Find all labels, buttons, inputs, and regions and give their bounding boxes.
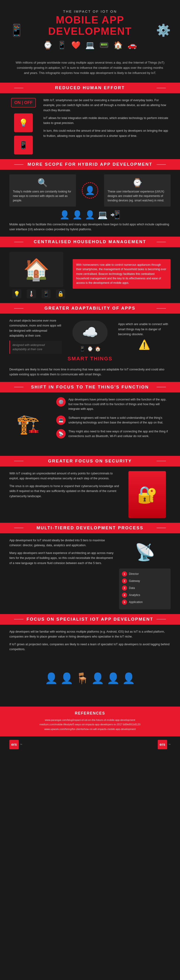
mobile-phone-icon: 📱 <box>19 141 28 150</box>
sec-left-text: With IoT creating an unprecedented amoun… <box>9 471 119 518</box>
shift-item-2: 💻 Software engineers will need to have a… <box>56 415 171 425</box>
shift-right-items: ⚙️ App developers have primarily been co… <box>56 397 171 451</box>
intro-section: With millions of people worldwide now us… <box>0 56 180 83</box>
cloud-icon: ☁️ <box>82 325 98 340</box>
layer-label-3: Data <box>129 586 135 590</box>
section-title-text-security: GREATER FOCUS ON SECURITY <box>48 459 132 464</box>
section-title-multi: MULTI-TIERED DEVELOPMENT PROCESS <box>0 523 180 533</box>
adapt-home-icon: 🏠 <box>95 346 101 352</box>
reference-link-3: www.upwork.com/hiring/for-clients/how-io… <box>9 727 171 732</box>
house-device-icons: 💡 🌡️ 📱 🔒 <box>9 290 68 298</box>
rhe-left-icons: ON | OFF 💡 📱 <box>9 98 38 154</box>
ms-col2: ⌚ These user interface/user experience (… <box>104 174 171 207</box>
shift-inner-row: 🏗️ ⚙️ App developers have primarily been… <box>9 397 171 451</box>
house-visual: 🏠 <box>9 252 63 287</box>
header-left-icon: 📱 <box>9 24 24 37</box>
ms-col1-text: Today's mobile users are constantly look… <box>13 189 73 203</box>
person1-icon: 👤 <box>60 210 70 220</box>
more-scope-content: 🔍 Today's mobile users are constantly lo… <box>0 170 180 237</box>
layer-label-2: Gateway <box>129 579 140 582</box>
shift-item2-text: Software engineers will need to have a s… <box>68 415 171 425</box>
ers-logo-right-box: ers <box>158 740 167 749</box>
references-title: REFERENCES <box>9 711 171 716</box>
adapt-small-icons: 📱 ⌚ 🏠 <box>79 346 101 352</box>
crane-visual: 🏗️ <box>9 397 47 451</box>
ms-col1: 🔍 Today's mobile users are constantly lo… <box>9 174 76 207</box>
section-title-text-specialist: FOCUS ON SPECIALIST IoT APP DEVELOPMENT <box>27 617 153 622</box>
centralised-content: 🏠 💡 🌡️ 📱 🔒 With homeowners now able to c… <box>0 247 180 303</box>
intro-text: With millions of people worldwide now us… <box>14 60 166 76</box>
device3-icon: 📱 <box>41 290 51 298</box>
ms-top-cols: 🔍 Today's mobile users are constantly lo… <box>9 174 171 207</box>
section-title-text-adaptability: GREATER ADAPTABILITY OF APPS <box>44 306 136 311</box>
meeting-person4: 👤 <box>107 672 120 684</box>
references-section: REFERENCES www.parangat.com/blog/impact-… <box>0 706 180 737</box>
shift-item3-text: They might also need to find new ways of… <box>68 429 171 439</box>
header-section: 📱 The impact of IoT on MOBILE APP DEVELO… <box>0 0 180 56</box>
section-title-centralised: CENTRALISED HOUSEHOLD MANAGEMENT <box>0 237 180 247</box>
layer-num-3: 3 <box>122 585 127 590</box>
adapt-bottom-text: Developers are likely to invest far more… <box>9 367 171 377</box>
shift-text-1: App developers have primarily been conce… <box>68 397 171 411</box>
layer-num-5: 5 <box>122 600 127 605</box>
meeting-person2: 👤 <box>60 672 73 684</box>
central-box-text: With homeowners now able to control nume… <box>76 262 167 285</box>
wifi-tower-visual: 📡 <box>119 538 171 566</box>
central-red-box: With homeowners now able to control nume… <box>73 259 171 289</box>
adapt-obsolete-icon: ⚠️ <box>118 339 171 350</box>
meeting-person1: 👤 <box>45 672 58 684</box>
layer-label-4: Analytics <box>129 593 140 597</box>
sec-text-1: With IoT creating an unprecedented amoun… <box>9 471 119 481</box>
shift-text-3: They might also need to find new ways of… <box>68 429 171 439</box>
ms-people-row: 👤 👤 👤 💻 📲 <box>9 210 171 220</box>
section-title-text-more-scope: MORE SCOPE FOR HYBRID APP DEVELOPMENT <box>27 162 152 167</box>
footer-section: ers ™ ers ™ <box>0 737 180 753</box>
header-right-icon: ⚙️ <box>156 24 171 37</box>
person3-icon: 👤 <box>85 210 95 220</box>
specialist-content: App developers will be familiar with wor… <box>0 625 180 706</box>
layer-num-1: 1 <box>122 571 127 576</box>
shift-icon-3: 📡 <box>56 429 66 439</box>
layer-label-5: Application <box>129 600 143 604</box>
rhe-inner: ON | OFF 💡 📱 With IoT, smartphones can b… <box>9 98 171 154</box>
rhe-right-text: With IoT, smartphones can be used for ex… <box>43 98 171 141</box>
spec-text-1: App developers will be familiar with wor… <box>9 629 171 640</box>
table-meeting-visual: 👤 👤 🪑 👤 👤 👤 <box>9 655 171 702</box>
footer-logo-right: ers ™ <box>158 740 171 749</box>
ms-bottom-p: Mobile apps help to facilitate this conn… <box>9 222 171 232</box>
ers-logo-right-text: ers <box>159 743 165 747</box>
layer-label-1: Director <box>129 572 139 576</box>
shift-left-visual: 🏗️ <box>9 397 52 451</box>
ers-logo-left-text: ers <box>11 743 17 747</box>
software-icon: 💻 <box>58 418 63 423</box>
section-title-adaptability: GREATER ADAPTABILITY OF APPS <box>0 303 180 313</box>
device1-icon: 💡 <box>12 290 21 298</box>
section-title-text-centralised: CENTRALISED HOUSEHOLD MANAGEMENT <box>34 239 146 244</box>
layer-num-2: 2 <box>122 578 127 584</box>
adapt-designed-text: designed with widespread adaptability at… <box>13 344 45 351</box>
rhe-text-2: IoT allows for total integration with mo… <box>43 116 171 126</box>
header-main-title: MOBILE APP DEVELOPMENT <box>24 14 156 37</box>
central-left-visual: 🏠 💡 🌡️ 📱 🔒 <box>9 252 68 298</box>
shift-icon-2: 💻 <box>56 415 66 425</box>
footer-logo-left: ers ™ <box>9 740 22 749</box>
cloud-visual: ☁️ <box>73 321 107 344</box>
crane-icon: 🏗️ <box>16 413 40 435</box>
adaptability-content: As smart objects become ever more common… <box>0 313 180 382</box>
adapt-inner-row: As smart objects become ever more common… <box>9 318 171 354</box>
ers-trademark-right: ™ <box>168 743 171 746</box>
multi-content: App development for IoT should ideally b… <box>0 533 180 614</box>
heart-icon: ❤️ <box>71 41 81 49</box>
reference-link-1: www.parangat.com/blog/impact-of-iot-on-t… <box>9 718 171 722</box>
adapt-left-text: As smart objects become ever more common… <box>9 318 62 354</box>
shift-item-3: 📡 They might also need to find new ways … <box>56 429 171 439</box>
layer-item-5: 5 Application <box>122 600 168 605</box>
smart-things-label: smart things <box>9 354 171 364</box>
rhe-text-3: In turn, this could reduce the amount of… <box>43 129 171 138</box>
laptop-icon: 💻 <box>85 41 95 49</box>
security-content: With IoT creating an unprecedented amoun… <box>0 466 180 523</box>
adapt-bottom-p: Developers are likely to invest far more… <box>9 367 171 377</box>
shift-icon-1: ⚙️ <box>56 397 66 407</box>
header-device-icons: ⌚ 📱 ❤️ 💻 📟 🏠 🚗 <box>5 41 175 49</box>
sec-right-visual: 🔐 <box>124 471 171 518</box>
